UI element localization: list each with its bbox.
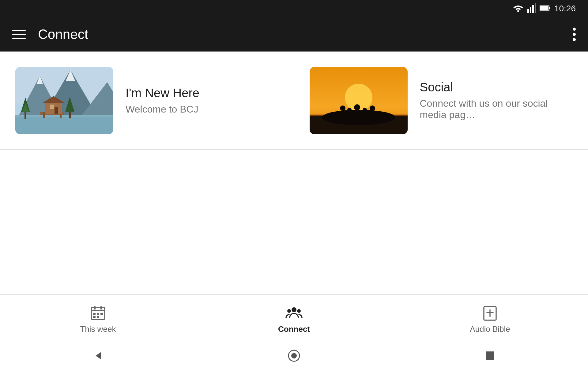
new-here-card[interactable]: I'm New Here Welcome to BCJ — [0, 52, 294, 149]
signal-icon — [527, 3, 536, 14]
new-here-text: I'm New Here Welcome to BCJ — [126, 86, 279, 115]
svg-rect-68 — [486, 351, 494, 360]
svg-point-44 — [370, 105, 375, 111]
nav-this-week-label: This week — [80, 324, 116, 334]
more-options-button[interactable] — [573, 28, 576, 41]
svg-rect-57 — [93, 316, 96, 318]
page-title: Connect — [38, 27, 88, 42]
social-image — [310, 67, 408, 134]
svg-line-47 — [350, 114, 356, 114]
svg-rect-16 — [15, 115, 113, 117]
back-button[interactable] — [86, 347, 110, 365]
svg-rect-45 — [371, 111, 374, 118]
connect-icon — [285, 304, 303, 321]
svg-rect-55 — [97, 313, 99, 315]
nav-audio-bible-label: Audio Bible — [470, 324, 510, 334]
new-here-image — [15, 67, 113, 134]
svg-point-0 — [517, 10, 519, 12]
svg-point-40 — [354, 104, 360, 110]
menu-button[interactable] — [12, 30, 26, 39]
svg-rect-51 — [91, 310, 105, 311]
svg-rect-18 — [43, 112, 45, 118]
svg-rect-43 — [364, 112, 366, 118]
svg-rect-52 — [94, 306, 96, 310]
system-nav — [0, 343, 588, 368]
svg-rect-39 — [349, 112, 350, 118]
home-button[interactable] — [282, 347, 306, 365]
svg-point-61 — [297, 309, 301, 313]
svg-point-60 — [287, 309, 291, 313]
nav-connect[interactable]: Connect — [196, 304, 392, 334]
svg-rect-23 — [55, 107, 58, 114]
svg-point-67 — [291, 353, 297, 358]
recents-button[interactable] — [478, 347, 502, 365]
svg-point-38 — [347, 108, 352, 112]
battery-icon — [540, 5, 551, 13]
svg-rect-2 — [530, 7, 531, 13]
svg-rect-7 — [540, 6, 548, 10]
app-bar: Connect — [0, 17, 588, 52]
new-here-subtitle: Welcome to BCJ — [126, 104, 279, 115]
social-title: Social — [420, 80, 573, 94]
main-content: I'm New Here Welcome to BCJ — [0, 52, 588, 307]
nav-audio-bible[interactable]: Audio Bible — [392, 304, 588, 334]
social-subtitle: Connect with us on our social media pag… — [420, 98, 573, 121]
svg-rect-58 — [97, 316, 99, 318]
svg-rect-22 — [50, 105, 54, 109]
svg-rect-6 — [549, 7, 550, 9]
svg-rect-56 — [100, 313, 103, 315]
new-here-title: I'm New Here — [126, 86, 279, 100]
svg-rect-54 — [93, 313, 96, 315]
svg-rect-3 — [532, 5, 534, 13]
social-text: Social Connect with us on our social med… — [420, 80, 573, 121]
wifi-icon — [513, 4, 524, 13]
status-bar: 10:26 — [0, 0, 588, 17]
svg-marker-65 — [96, 352, 101, 359]
svg-point-42 — [363, 108, 367, 112]
svg-rect-15 — [15, 115, 113, 134]
svg-line-48 — [359, 114, 364, 114]
svg-rect-4 — [535, 3, 536, 13]
svg-line-49 — [366, 114, 371, 114]
nav-this-week[interactable]: This week — [0, 304, 196, 334]
audio-bible-icon — [481, 304, 499, 321]
status-time: 10:26 — [554, 4, 576, 13]
svg-point-34 — [340, 105, 345, 111]
svg-line-46 — [344, 114, 349, 114]
bottom-nav: This week Connect — [0, 294, 588, 343]
calendar-icon — [89, 304, 107, 321]
cards-row: I'm New Here Welcome to BCJ — [0, 52, 588, 150]
social-card[interactable]: Social Connect with us on our social med… — [294, 52, 588, 149]
svg-rect-1 — [527, 9, 529, 13]
svg-point-59 — [292, 307, 296, 312]
svg-rect-53 — [100, 306, 102, 310]
nav-connect-label: Connect — [278, 324, 310, 334]
svg-rect-41 — [356, 110, 359, 118]
